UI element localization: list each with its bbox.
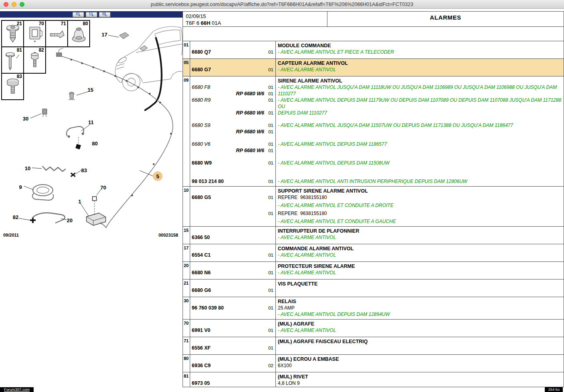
callout-17[interactable]: 17 xyxy=(102,32,107,38)
quantity: 01 xyxy=(265,178,275,185)
part-number xyxy=(190,263,265,269)
part-80-glyph xyxy=(75,144,81,149)
table-row-10[interactable]: 10SUPPORT SIRENE ALARME ANTIVOL6680 G501… xyxy=(183,187,564,227)
quantity: 01 xyxy=(265,90,275,97)
watermark-link[interactable]: Forum307.com xyxy=(0,387,34,392)
callout-80[interactable]: 80 xyxy=(92,141,98,147)
description: SUPPORT SIRENE ALARME ANTIVOL xyxy=(275,188,564,194)
table-row-05[interactable]: 05CAPTEUR ALARME ANTIVOL6680 G701- AVEC … xyxy=(183,59,564,76)
quantity xyxy=(265,228,275,234)
description: - AVEC ALARME ANTIVOL JUSQU'A DAM 11118U… xyxy=(275,84,564,90)
table-row-21[interactable]: 21VIS PLAQUETTE6680 G601 xyxy=(183,279,564,297)
description: - AVEC ALARME ANTIVOL xyxy=(275,269,564,276)
part-30-glyph xyxy=(42,109,47,117)
part-number: 6680 V6 xyxy=(190,141,265,147)
browser-titlebar: public.servicebox.peugeot.com/docapvAP/a… xyxy=(0,0,564,9)
table-line: (MUL) AGRAFE xyxy=(190,321,564,327)
drawing-date: 09/2011 xyxy=(3,233,19,237)
document-date: 02/09/15 xyxy=(186,13,324,20)
part-number xyxy=(190,228,265,234)
parts-table: 01MODULE COMMANDE6680 Q701- AVEC ALARME … xyxy=(183,41,564,387)
callout-70[interactable]: 70 xyxy=(100,185,106,191)
part-20-glyph xyxy=(32,213,65,223)
part-number: 6680 N6 xyxy=(190,269,265,276)
part-15-glyph xyxy=(68,92,75,100)
quantity xyxy=(265,263,275,269)
table-line: SIRENE ALARME ANTIVOL xyxy=(190,78,564,84)
row-body: PROTECTEUR SIRENE ALARME6680 N601- AVEC … xyxy=(190,262,564,279)
callout-30[interactable]: 30 xyxy=(23,116,28,122)
quantity xyxy=(265,234,275,241)
exploded-view-drawing: 17153011801083970182205 xyxy=(0,18,183,387)
description: DEPUIS DAM 1110277 xyxy=(275,110,564,116)
row-ref: 05 xyxy=(183,59,190,76)
document-ref-prefix: T6F 6 xyxy=(186,20,201,26)
quantity: 01 xyxy=(265,327,275,334)
table-line: 6680 G701- AVEC ALARME ANTIVOL xyxy=(190,66,564,73)
quantity: 01 xyxy=(265,160,275,166)
callout-15[interactable]: 15 xyxy=(88,87,93,93)
table-line: 6680 V601- AVEC ALARME ANTIVOL DEPUIS DA… xyxy=(190,141,564,147)
address-url-text: public.servicebox.peugeot.com/docapvAP/a… xyxy=(0,2,564,7)
bottom-bar: Forum307.com 254 ko xyxy=(0,387,564,392)
table-line: - AVEC ALARME ANTIVOL ET CONDUITE A GAUC… xyxy=(190,218,564,225)
maximize-window-button[interactable] xyxy=(20,2,24,7)
table-row-09[interactable]: 09SIRENE ALARME ANTIVOL6680 F801- AVEC A… xyxy=(183,76,564,187)
table-row-71[interactable]: 71(MUL) AGRAFE FAISCEAU ELECTRIQ6556 XF0… xyxy=(183,337,564,355)
table-line: 6680 G501REPERE 9638155180 xyxy=(190,194,564,201)
table-row-70[interactable]: 70(MUL) AGRAFE6991 V001- AVEC ALARME ANT… xyxy=(183,320,564,337)
table-line: RP 6680 W6011110277 xyxy=(190,90,564,97)
close-window-button[interactable] xyxy=(4,2,8,7)
zoom-in-button[interactable] xyxy=(72,12,84,17)
callout-20[interactable]: 20 xyxy=(67,217,72,223)
description: - AVEC ALARME ANTIVOL DEPUIS DAM 12894UW xyxy=(275,311,564,318)
table-row-17[interactable]: 17COMMANDE ALARME ANTIVOL6554 C101- AVEC… xyxy=(183,244,564,262)
row-body: INTERRUPTEUR DE PLAFONNIER6366 50- AVEC … xyxy=(190,227,564,244)
quantity: 01 xyxy=(265,269,275,276)
description: - AVEC ALARME ANTIVOL xyxy=(275,234,564,241)
table-row-80[interactable]: 80(MUL) ECROU A EMBASE6936 C9026X100 xyxy=(183,355,564,372)
table-line: 6680 F801- AVEC ALARME ANTIVOL JUSQU'A D… xyxy=(190,84,564,90)
part-number xyxy=(190,78,265,84)
table-row-20[interactable]: 20PROTECTEUR SIRENE ALARME6680 N601- AVE… xyxy=(183,262,564,279)
callout-83[interactable]: 83 xyxy=(81,167,87,173)
quantity xyxy=(265,338,275,345)
row-ref: 70 xyxy=(183,320,190,337)
table-row-15[interactable]: 15INTERRUPTEUR DE PLAFONNIER6366 50- AVE… xyxy=(183,227,564,244)
callout-82[interactable]: 82 xyxy=(13,214,18,220)
zoom-window-icon xyxy=(102,12,107,18)
part-number: RP 6680 W6 xyxy=(190,90,265,97)
callout-11[interactable]: 11 xyxy=(88,119,94,125)
quantity: 01 xyxy=(265,305,275,311)
table-line: 6680 S901- AVEC ALARME ANTIVOL JUSQU'A D… xyxy=(190,122,564,129)
part-1-glyph xyxy=(86,213,106,228)
table-row-01[interactable]: 01MODULE COMMANDE6680 Q701- AVEC ALARME … xyxy=(183,41,564,59)
description: MODULE COMMANDE xyxy=(275,42,564,49)
row-body: (MUL) AGRAFE6991 V001- AVEC ALARME ANTIV… xyxy=(190,320,564,337)
part-number: 6936 C9 xyxy=(190,362,265,369)
table-line: COMMANDE ALARME ANTIVOL xyxy=(190,245,564,252)
table-row-81[interactable]: 81(MUL) RIVET6973 054,8 LON 9 xyxy=(183,372,564,387)
description: VIS PLAQUETTE xyxy=(275,281,564,287)
table-line: SUPPORT SIRENE ALARME ANTIVOL xyxy=(190,188,564,194)
zoom-window-button[interactable] xyxy=(99,12,110,17)
callout-9[interactable]: 9 xyxy=(19,184,22,190)
row-ref: 10 xyxy=(183,187,190,226)
callout-1[interactable]: 1 xyxy=(78,199,81,205)
description: SIRENE ALARME ANTIVOL xyxy=(275,78,564,84)
callout-10[interactable]: 10 xyxy=(25,165,30,171)
zoom-out-button[interactable] xyxy=(86,12,97,17)
quantity: 01 xyxy=(265,345,275,351)
diagram-canvas[interactable]: 21707180818283 xyxy=(0,18,183,387)
table-row-30[interactable]: 30RELAIS96 760 039 800125 AMP- AVEC ALAR… xyxy=(183,297,564,320)
description: 4,8 LON 9 xyxy=(275,380,564,386)
callout-5[interactable]: 5 xyxy=(156,173,159,179)
table-line: 6680 R901- AVEC ALARME ANTIVOL DEPUIS DA… xyxy=(190,97,564,110)
description: - AVEC ALARME ANTIVOL ET PIECE A TELECOD… xyxy=(275,49,564,55)
description: REPERE 9638155180 xyxy=(275,210,564,217)
minimize-window-button[interactable] xyxy=(12,2,16,7)
quantity xyxy=(265,202,275,209)
page-size-badge: 254 ko xyxy=(545,387,563,392)
quantity: 01 xyxy=(265,194,275,201)
quantity: 02 xyxy=(265,362,275,369)
